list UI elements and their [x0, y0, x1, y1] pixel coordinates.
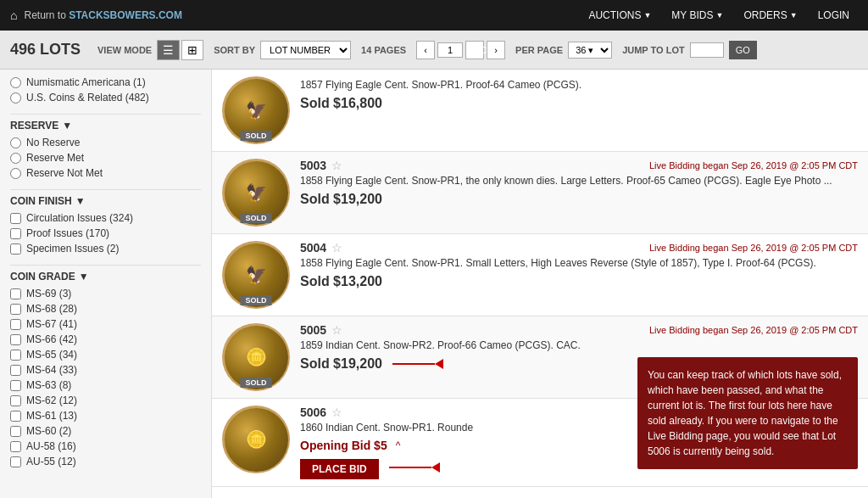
grade-au55-checkbox[interactable]	[10, 456, 21, 467]
reserve-not-met-radio[interactable]	[10, 168, 21, 179]
prev-page-button[interactable]: ‹	[416, 41, 435, 59]
live-bidding-tag: Live Bidding began Sep 26, 2019 @ 2:05 P…	[649, 325, 858, 335]
view-mode-label: VIEW MODE	[97, 45, 152, 55]
sold-price: Sold $13,200	[300, 274, 858, 289]
lot-description: 1858 Flying Eagle Cent. Snow-PR1, the on…	[300, 174, 858, 188]
lot-number: 5006	[300, 406, 326, 419]
sold-badge: SOLD	[240, 378, 271, 388]
lot-info: 1857 Flying Eagle Cent. Snow-PR1. Proof-…	[300, 76, 858, 111]
finish-proof-checkbox[interactable]	[10, 228, 21, 239]
favorite-star-icon[interactable]: ☆	[331, 323, 342, 337]
grade-ms62-checkbox[interactable]	[10, 395, 21, 406]
sidebar-separator-3	[10, 265, 201, 266]
sold-price: Sold $19,200	[300, 356, 382, 372]
page-input[interactable]	[437, 42, 463, 58]
jump-to-input[interactable]	[690, 42, 724, 58]
jump-go-button[interactable]: GO	[729, 41, 757, 59]
list-view-button[interactable]: ☰	[157, 40, 180, 60]
grade-ms66-checkbox[interactable]	[10, 334, 21, 345]
place-bid-button[interactable]: PLACE BID	[300, 459, 379, 479]
grade-ms67-checkbox[interactable]	[10, 319, 21, 330]
arrow-head-left	[435, 359, 443, 369]
finish-specimen-label: Specimen Issues (2)	[26, 243, 119, 255]
table-row: 🪙 5006 ☆ began Sep 26, 2019 @ 2:05 PM CD…	[212, 399, 868, 487]
reserve-met-radio[interactable]	[10, 153, 21, 164]
grade-ms63-label: MS-63 (8)	[26, 379, 71, 391]
grade-ms61-label: MS-61 (13)	[26, 410, 77, 422]
grade-ms65-checkbox[interactable]	[10, 350, 21, 361]
lots-list: 🦅 SOLD 1857 Flying Eagle Cent. Snow-PR1.…	[212, 70, 868, 498]
auctions-nav[interactable]: AUCTIONS ▼	[580, 6, 659, 25]
grade-ms61: MS-61 (13)	[10, 410, 201, 422]
favorite-star-icon[interactable]: ☆	[331, 159, 342, 172]
table-row: 🦅 SOLD 5003 ☆ Live Bidding began Sep 26,…	[212, 152, 868, 234]
next-page-button[interactable]: ›	[487, 41, 505, 59]
return-text: Return to STACKSBOWERS.COM	[24, 9, 181, 21]
table-row: 🦅 SOLD 5004 ☆ Live Bidding began Sep 26,…	[212, 234, 868, 316]
grade-ms66: MS-66 (42)	[10, 333, 201, 345]
reserve-arrow: ▼	[62, 120, 72, 131]
reserve-met: Reserve Met	[10, 152, 201, 164]
go-button[interactable]: GO	[465, 41, 484, 59]
grade-ms64-label: MS-64 (33)	[26, 364, 77, 376]
sort-select[interactable]: LOT NUMBER	[260, 41, 351, 59]
orders-nav[interactable]: ORDERS ▼	[735, 6, 805, 25]
live-bidding-tag: Live Bidding began Sep 26, 2019 @ 2:05 P…	[649, 160, 858, 171]
grade-ms62: MS-62 (12)	[10, 394, 201, 406]
grade-ms60-checkbox[interactable]	[10, 426, 21, 437]
grade-ms68-checkbox[interactable]	[10, 304, 21, 315]
coin-finish-header[interactable]: COIN FINISH ▼	[10, 195, 201, 207]
favorite-star-icon[interactable]: ☆	[331, 406, 342, 419]
sort-by-label: SORT BY	[214, 45, 255, 55]
per-page-section: PER PAGE 36 ▾	[515, 42, 612, 59]
view-mode-section: VIEW MODE ☰ ⊞	[97, 40, 203, 60]
per-page-select[interactable]: 36 ▾	[568, 42, 612, 59]
opening-bid: Opening Bid $5	[300, 439, 387, 452]
coin-finish-label: COIN FINISH	[10, 195, 72, 207]
sold-price: Sold $19,200	[300, 192, 858, 207]
grade-ms61-checkbox[interactable]	[10, 411, 21, 422]
lot-number: 5003	[300, 159, 326, 172]
nav-right: AUCTIONS ▼ MY BIDS ▼ ORDERS ▼ LOGIN	[580, 6, 858, 25]
lot-image-wrap: 🦅 SOLD	[222, 76, 290, 144]
grade-ms68: MS-68 (28)	[10, 303, 201, 315]
home-icon[interactable]: ⌂	[10, 8, 17, 22]
finish-circulation-label: Circulation Issues (324)	[26, 212, 133, 224]
category-us-coins: U.S. Coins & Related (482)	[10, 92, 201, 104]
lot-number: 5004	[300, 241, 326, 255]
grade-ms64-checkbox[interactable]	[10, 365, 21, 376]
grade-au55-label: AU-55 (12)	[26, 456, 76, 467]
grade-ms69-checkbox[interactable]	[10, 288, 21, 299]
grade-ms67: MS-67 (41)	[10, 318, 201, 330]
grade-ms67-label: MS-67 (41)	[26, 318, 77, 330]
caret-icon: ^	[396, 439, 401, 451]
grade-ms63-checkbox[interactable]	[10, 380, 21, 391]
pages-section: 14 PAGES	[361, 45, 406, 55]
login-nav[interactable]: LOGIN	[810, 6, 858, 25]
favorite-star-icon[interactable]: ☆	[331, 241, 342, 255]
sidebar-separator-2	[10, 189, 201, 190]
site-link[interactable]: STACKSBOWERS.COM	[69, 9, 182, 21]
table-row: 🦅 SOLD 1857 Flying Eagle Cent. Snow-PR1.…	[212, 70, 868, 152]
my-bids-nav[interactable]: MY BIDS ▼	[663, 6, 732, 25]
lot-image-wrap: 🪙 SOLD	[222, 323, 290, 391]
reserve-no-radio[interactable]	[10, 137, 21, 148]
sidebar-separator-1	[10, 114, 201, 115]
grade-ms62-label: MS-62 (12)	[26, 394, 77, 406]
grade-au58-checkbox[interactable]	[10, 441, 21, 452]
finish-circulation-checkbox[interactable]	[10, 213, 21, 224]
finish-proof: Proof Issues (170)	[10, 227, 201, 239]
finish-specimen: Specimen Issues (2)	[10, 243, 201, 255]
category-numismatic-radio[interactable]	[10, 77, 21, 88]
reserve-header[interactable]: RESERVE ▼	[10, 120, 201, 131]
coin-grade-header[interactable]: COIN GRADE ▼	[10, 271, 201, 283]
reserve-no: No Reserve	[10, 137, 201, 148]
finish-specimen-checkbox[interactable]	[10, 243, 21, 255]
arrow-indicator	[392, 359, 443, 369]
view-mode-buttons: ☰ ⊞	[157, 40, 203, 60]
grade-au55: AU-55 (12)	[10, 456, 201, 467]
category-us-coins-radio[interactable]	[10, 92, 21, 104]
grid-view-button[interactable]: ⊞	[181, 40, 203, 60]
sold-badge: SOLD	[240, 131, 271, 141]
category-section: Numismatic Americana (1) U.S. Coins & Re…	[10, 76, 201, 104]
